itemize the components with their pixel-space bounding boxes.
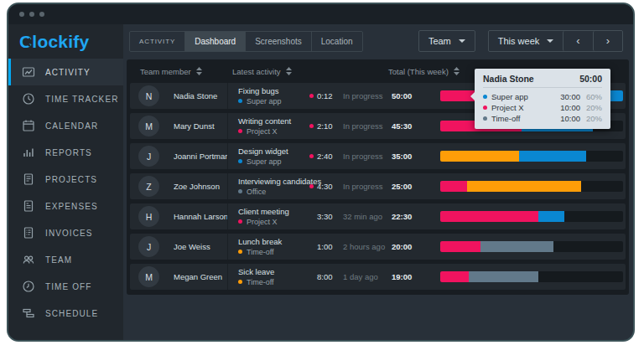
chevron-down-icon — [459, 39, 465, 43]
sidebar-item-team[interactable]: TEAM — [8, 246, 123, 273]
sidebar-item-projects[interactable]: PROJECTS — [8, 166, 123, 193]
status-text: 2 hours ago — [343, 242, 392, 251]
project-label: Project X — [247, 218, 278, 226]
duration-cell: 2:40 — [309, 152, 343, 161]
tab-location[interactable]: Location — [312, 32, 362, 51]
total-time: 22:30 — [392, 212, 432, 221]
bar-segment — [469, 271, 538, 282]
timeline-icon — [22, 306, 35, 320]
chevron-right-icon: › — [603, 31, 613, 51]
activity-title: Fixing bugs — [238, 87, 309, 95]
project-color-dot — [238, 129, 242, 133]
recording-dot — [309, 184, 314, 188]
duration-cell: 1:00 — [309, 242, 343, 251]
member-name: Nadia Stone — [174, 91, 227, 100]
avatar: M — [138, 266, 159, 287]
status-text: In progress — [343, 182, 392, 191]
sidebar-item-label: TIME TRACKER — [45, 95, 118, 104]
activity-chart-icon — [22, 65, 35, 79]
tooltip-project-label: Time-off — [491, 113, 520, 124]
member-name: Megan Green — [174, 272, 227, 281]
team-member-row[interactable]: JJoe WeissLunch breakTime-off1:002 hours… — [130, 234, 626, 260]
tooltip-project-label: Project X — [491, 102, 524, 113]
status-text: 32 min ago — [343, 212, 392, 221]
header-label: Total (This week) — [388, 67, 449, 76]
bar-segment — [519, 151, 587, 162]
team-member-row[interactable]: ZZoe JohnsonInterviewing candidatesOffic… — [130, 173, 626, 199]
duration-value: 3:30 — [317, 212, 333, 221]
tooltip-project-pct: 60% — [580, 91, 602, 102]
avatar: Z — [138, 176, 159, 197]
tab-activity[interactable]: ACTIVITY — [130, 32, 185, 51]
prev-period-button[interactable]: ‹ — [563, 31, 592, 51]
duration-cell: 3:30 — [309, 212, 343, 221]
invoice-icon — [22, 226, 35, 239]
duration-value: 0:12 — [317, 91, 333, 100]
total-time: 25:00 — [392, 182, 432, 191]
sidebar-item-time-tracker[interactable]: TIME TRACKER — [8, 85, 123, 112]
tooltip-project-pct: 20% — [580, 102, 602, 113]
toolbar: ACTIVITY Dashboard Screenshots Location … — [129, 30, 623, 52]
tooltip-header: Nadia Stone 50:00 — [483, 74, 602, 88]
time-bar-cell — [432, 271, 626, 282]
sidebar-item-calendar[interactable]: CALENDAR — [8, 112, 123, 139]
latest-activity-cell: Writing contentProject X — [227, 113, 309, 139]
sidebar-item-activity[interactable]: ACTIVITY — [8, 59, 123, 85]
tooltip-project-time: 10:00 — [552, 102, 580, 113]
total-time: 50:00 — [392, 91, 432, 100]
latest-activity-cell: Sick leaveTime-off — [227, 264, 309, 290]
latest-activity-cell: Design widgetSuper app — [227, 143, 309, 169]
team-member-row[interactable]: JJoanni PortmanDesign widgetSuper app2:4… — [130, 143, 626, 169]
sidebar-item-invoices[interactable]: INVOICES — [8, 219, 123, 246]
window-titlebar — [8, 4, 633, 24]
time-bar-cell — [432, 151, 626, 162]
tab-group: ACTIVITY Dashboard Screenshots Location — [129, 31, 363, 52]
project-color-dot — [238, 250, 242, 254]
sidebar-item-label: PROJECTS — [45, 175, 97, 184]
latest-activity-cell: Client meetingProject X — [227, 203, 309, 229]
recording-dot — [309, 154, 314, 158]
recording-dot — [309, 124, 314, 128]
activity-title: Design widget — [238, 147, 309, 156]
team-dropdown[interactable]: Team — [418, 30, 475, 52]
time-distribution-bar[interactable] — [440, 241, 623, 252]
activity-title: Sick leave — [238, 268, 309, 276]
sort-icon — [454, 67, 460, 75]
status-text: In progress — [343, 91, 392, 100]
tooltip-row: Super app30:0060% — [483, 91, 602, 102]
sidebar-item-time-off[interactable]: TIME OFF — [8, 273, 123, 300]
sidebar-item-label: ACTIVITY — [45, 68, 91, 77]
sidebar-item-schedule[interactable]: SCHEDULE — [8, 300, 123, 327]
activity-title: Interviewing candidates — [238, 178, 309, 186]
sort-icon — [286, 67, 292, 75]
avatar: J — [138, 236, 159, 257]
chevron-down-icon — [547, 39, 553, 43]
time-distribution-bar[interactable] — [440, 181, 623, 192]
tooltip-project-dot — [483, 106, 487, 110]
header-latest-activity[interactable]: Latest activity — [232, 67, 388, 76]
team-member-row[interactable]: HHannah LarsonClient meetingProject X3:3… — [130, 203, 626, 229]
duration-value: 2:40 — [317, 152, 333, 161]
app-logo: Clockify — [8, 24, 123, 59]
tab-screenshots[interactable]: Screenshots — [246, 32, 312, 51]
sidebar-item-expenses[interactable]: EXPENSES — [8, 193, 123, 219]
project-label: Project X — [247, 127, 278, 136]
tooltip-row: Project X10:0020% — [483, 102, 602, 113]
status-text: In progress — [343, 121, 392, 131]
team-member-row[interactable]: MMegan GreenSick leaveTime-off8:001 day … — [130, 264, 626, 290]
period-dropdown[interactable]: This week — [489, 31, 564, 51]
duration-value: 1:00 — [317, 242, 333, 251]
member-summary-tooltip: Nadia Stone 50:00 Super app30:0060%Proje… — [475, 69, 610, 129]
next-period-button[interactable]: › — [593, 31, 622, 51]
project-color-dot — [238, 99, 242, 103]
member-name: Joe Weiss — [174, 242, 227, 251]
clock-icon — [22, 92, 35, 106]
header-label: Team member — [140, 67, 191, 76]
header-team-member[interactable]: Team member — [140, 67, 232, 76]
time-distribution-bar[interactable] — [440, 211, 623, 222]
period-dropdown-label: This week — [498, 31, 540, 51]
tab-dashboard[interactable]: Dashboard — [185, 32, 246, 51]
time-distribution-bar[interactable] — [440, 151, 623, 162]
time-distribution-bar[interactable] — [440, 271, 623, 282]
sidebar-item-reports[interactable]: REPORTS — [8, 139, 123, 166]
